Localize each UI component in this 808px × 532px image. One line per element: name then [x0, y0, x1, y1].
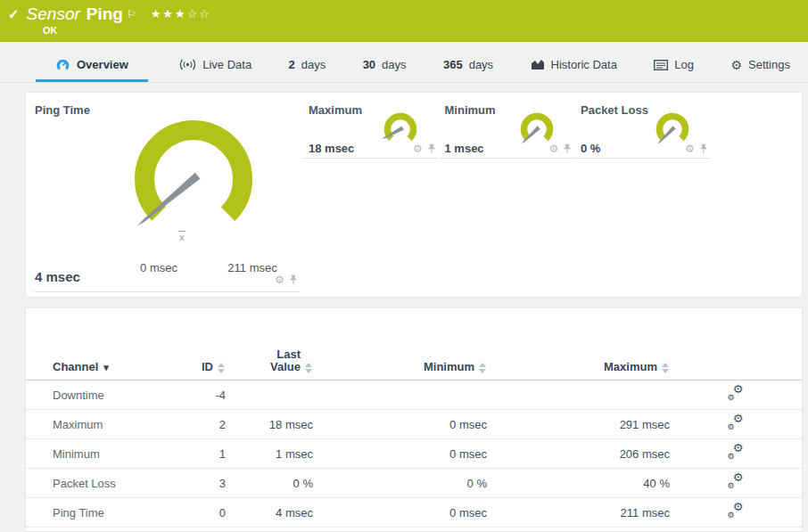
tab-bar: OverviewLive Data2days30days365daysHisto… [0, 42, 808, 83]
gauge-title: Maximum [309, 103, 362, 117]
tab-2-days[interactable]: 2days [284, 58, 332, 82]
cell-actions: ⚙⚙ [670, 386, 802, 404]
table-header: Channel▾IDLast ValueMinimumMaximum [26, 308, 802, 381]
tab-overview[interactable]: Overview [36, 58, 148, 82]
tab-label: days [469, 58, 493, 71]
column-header-max[interactable]: Maximum [487, 348, 670, 373]
tab-label: Log [674, 58, 694, 71]
tab-settings[interactable]: ⚙Settings [725, 58, 796, 82]
column-header-min[interactable]: Minimum [313, 348, 487, 373]
cell-val: 18 msec [226, 418, 313, 431]
table-row-maximum: Maximum218 msec0 msec291 msec⚙⚙ [26, 410, 802, 439]
cell-channel: Packet Loss [53, 477, 177, 490]
tab-30-days[interactable]: 30days [358, 58, 412, 82]
column-header-channel[interactable]: Channel▾ [53, 348, 177, 373]
tab-label: Overview [77, 58, 128, 71]
gauge-settings-icon[interactable]: ⚙ [413, 143, 423, 154]
average-marker: x [178, 231, 186, 244]
tab-label: days [382, 58, 406, 71]
cell-actions: ⚙⚙ [670, 474, 802, 492]
log-icon [654, 60, 668, 70]
gauge-footer-icons: ⚙ [275, 274, 298, 285]
cell-channel: Minimum [53, 447, 177, 461]
tab-historic-data[interactable]: Historic Data [525, 58, 622, 82]
column-label: Maximum [604, 361, 657, 373]
priority-stars[interactable]: ★★★☆☆ [151, 3, 211, 26]
table-row-ping-time: Ping Time04 msec0 msec211 msec⚙⚙ [26, 498, 802, 528]
ping-time-gauge [118, 103, 269, 255]
sensor-name: Ping [87, 3, 123, 26]
gear-icon: ⚙ [730, 59, 742, 71]
table-body: Downtime-4⚙⚙Maximum218 msec0 msec291 mse… [26, 381, 802, 528]
cell-val: 1 msec [226, 447, 313, 461]
channel-settings-icon[interactable]: ⚙⚙ [728, 474, 745, 489]
gauge-scale-max: 211 msec [227, 261, 276, 274]
divider [35, 291, 300, 292]
column-label: ID [202, 361, 213, 373]
column-label: Channel [53, 361, 98, 373]
sort-icon [479, 363, 487, 373]
cell-val: 206 msec [487, 447, 670, 461]
cell-val: 40 % [487, 477, 670, 490]
channels-table-panel: Channel▾IDLast ValueMinimumMaximum Downt… [25, 307, 803, 532]
gauge-settings-icon[interactable]: ⚙ [549, 143, 559, 154]
tab-label: Settings [748, 58, 790, 71]
sort-icon [662, 363, 670, 373]
gauge-value: 18 msec [309, 142, 354, 155]
table-row-downtime: Downtime-4⚙⚙ [26, 381, 802, 410]
channel-settings-icon[interactable]: ⚙⚙ [728, 445, 745, 460]
column-label: Last Value [270, 348, 301, 373]
cell-id: 1 [177, 447, 226, 461]
gauge-block-minimum: Minimum 1 msec ⚙ [441, 93, 574, 299]
tab-label: Live Data [202, 58, 251, 71]
cell-val: 291 msec [487, 418, 670, 431]
divider [576, 158, 710, 159]
pin-icon[interactable] [427, 143, 436, 154]
status-badge: OK [43, 25, 58, 36]
tab-365-days[interactable]: 365days [438, 58, 499, 82]
cell-val: 0 % [226, 477, 313, 490]
tab-log[interactable]: Log [648, 58, 699, 82]
cell-channel: Ping Time [53, 506, 177, 520]
pin-icon[interactable] [289, 274, 298, 285]
sensor-title: ✓ Sensor Ping ⚐ ★★★☆☆ [8, 2, 211, 26]
tab-label-count: 30 [363, 58, 375, 71]
gauge-footer-icons: ⚙ [685, 143, 708, 154]
cell-val: 0 msec [313, 506, 487, 520]
cell-val: 0 msec [313, 447, 487, 461]
cell-id: 2 [177, 418, 226, 431]
gauge-title: Minimum [445, 103, 496, 117]
gauge-block-maximum: Maximum 18 msec ⚙ [304, 93, 438, 299]
channel-settings-icon[interactable]: ⚙⚙ [728, 503, 745, 519]
channel-settings-icon[interactable]: ⚙⚙ [728, 415, 745, 430]
gauge-settings-icon[interactable]: ⚙ [275, 274, 284, 285]
channel-settings-icon[interactable]: ⚙⚙ [728, 386, 745, 401]
sort-icon [218, 363, 226, 373]
cell-val: 0 msec [313, 418, 487, 431]
chart-icon [531, 59, 545, 70]
cell-val: 4 msec [226, 506, 313, 520]
column-header-id[interactable]: ID [177, 348, 226, 373]
primary-gauge-title: Ping Time [35, 103, 90, 117]
tab-label: days [301, 58, 326, 71]
gauge-scale-min: 0 msec [140, 261, 177, 274]
column-header-last[interactable]: Last Value [226, 348, 313, 373]
sensor-type-label: Sensor [27, 3, 80, 26]
gauge-icon [55, 58, 70, 71]
gauge-settings-icon[interactable]: ⚙ [685, 143, 695, 154]
primary-gauge-value: 4 msec [35, 269, 80, 284]
gauge-value: 1 msec [445, 142, 484, 155]
gauge-title: Packet Loss [581, 103, 648, 117]
flag-icon[interactable]: ⚐ [127, 3, 136, 26]
divider [304, 158, 438, 159]
sort-desc-icon: ▾ [103, 361, 109, 373]
gauges-panel: Ping Time x 0 msec 211 msec 4 msec ⚙ Max… [25, 92, 803, 298]
pin-icon[interactable] [563, 143, 572, 154]
cell-val: 211 msec [487, 506, 670, 520]
table-row-minimum: Minimum11 msec0 msec206 msec⚙⚙ [26, 439, 802, 469]
cell-channel: Downtime [53, 389, 177, 402]
tab-live-data[interactable]: Live Data [174, 58, 257, 82]
broadcast-icon [179, 59, 196, 70]
pin-icon[interactable] [699, 143, 708, 154]
cell-val: 0 % [313, 477, 487, 490]
